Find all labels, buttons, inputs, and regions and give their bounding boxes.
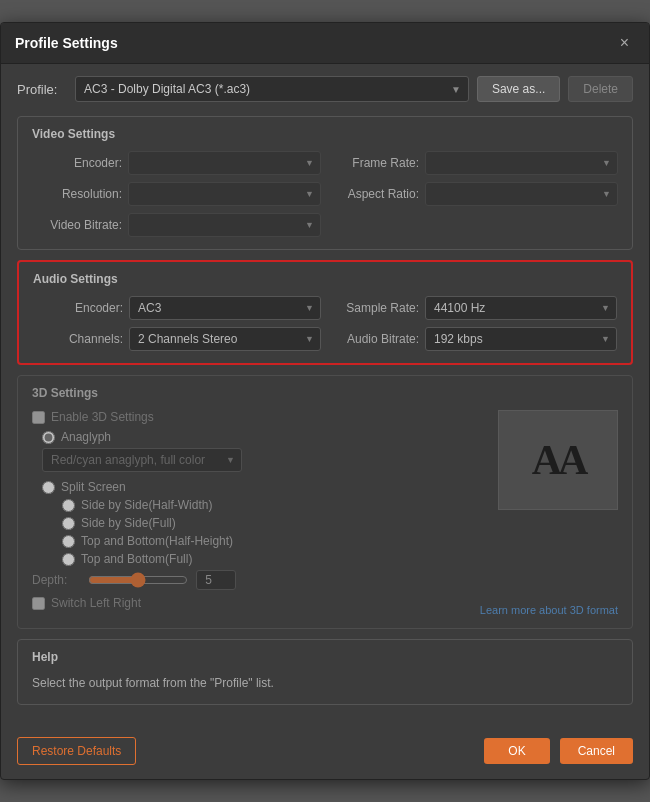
aspect-ratio-label: Aspect Ratio: — [329, 187, 419, 201]
help-title: Help — [32, 650, 618, 664]
learn-more-link[interactable]: Learn more about 3D format — [480, 604, 618, 616]
side-by-side-full-row: Side by Side(Full) — [32, 516, 470, 530]
depth-slider[interactable] — [88, 572, 188, 588]
top-bottom-full-radio[interactable] — [62, 553, 75, 566]
dialog-title: Profile Settings — [15, 35, 118, 51]
video-bitrate-row: Video Bitrate: — [32, 213, 321, 237]
video-settings-title: Video Settings — [32, 127, 618, 141]
video-settings-grid: Encoder: Resolution: — [32, 151, 618, 237]
3d-settings-title: 3D Settings — [32, 386, 618, 400]
frame-rate-label: Frame Rate: — [329, 156, 419, 170]
resolution-field — [128, 182, 321, 206]
split-screen-label: Split Screen — [61, 480, 126, 494]
aspect-ratio-select[interactable] — [425, 182, 618, 206]
audio-left-col: Encoder: AC3 Channels: 2 Channels Stereo — [33, 296, 321, 351]
channels-row: Channels: 2 Channels Stereo — [33, 327, 321, 351]
switch-left-right-checkbox[interactable] — [32, 597, 45, 610]
audio-settings-title: Audio Settings — [33, 272, 617, 286]
switch-left-right-row: Switch Left Right — [32, 596, 470, 610]
profile-row: Profile: AC3 - Dolby Digital AC3 (*.ac3)… — [17, 76, 633, 102]
encoder-label: Encoder: — [32, 156, 122, 170]
channels-select[interactable]: 2 Channels Stereo — [129, 327, 321, 351]
frame-rate-row: Frame Rate: — [329, 151, 618, 175]
aspect-ratio-field — [425, 182, 618, 206]
3d-preview-box: AA — [498, 410, 618, 510]
audio-settings-section: Audio Settings Encoder: AC3 Channels: — [17, 260, 633, 365]
switch-left-right-label: Switch Left Right — [51, 596, 141, 610]
title-bar: Profile Settings × — [1, 23, 649, 64]
resolution-label: Resolution: — [32, 187, 122, 201]
audio-encoder-select[interactable]: AC3 — [129, 296, 321, 320]
top-bottom-full-row: Top and Bottom(Full) — [32, 552, 470, 566]
ok-button[interactable]: OK — [484, 738, 549, 764]
enable-3d-label: Enable 3D Settings — [51, 410, 154, 424]
help-section: Help Select the output format from the "… — [17, 639, 633, 705]
3d-left: Enable 3D Settings Anaglyph Red/cyan ana… — [32, 410, 470, 616]
audio-encoder-label: Encoder: — [33, 301, 123, 315]
encoder-field — [128, 151, 321, 175]
delete-button[interactable]: Delete — [568, 76, 633, 102]
depth-number-input[interactable] — [196, 570, 236, 590]
anaglyph-row: Anaglyph — [32, 430, 470, 444]
resolution-row: Resolution: — [32, 182, 321, 206]
close-button[interactable]: × — [614, 33, 635, 53]
enable-3d-row: Enable 3D Settings — [32, 410, 470, 424]
audio-bitrate-select[interactable]: 192 kbps — [425, 327, 617, 351]
audio-settings-grid: Encoder: AC3 Channels: 2 Channels Stereo — [33, 296, 617, 351]
video-bitrate-label: Video Bitrate: — [32, 218, 122, 232]
top-bottom-half-radio[interactable] — [62, 535, 75, 548]
video-bitrate-select[interactable] — [128, 213, 321, 237]
split-screen-radio[interactable] — [42, 481, 55, 494]
encoder-select[interactable] — [128, 151, 321, 175]
top-bottom-half-row: Top and Bottom(Half-Height) — [32, 534, 470, 548]
sample-rate-label: Sample Rate: — [329, 301, 419, 315]
frame-rate-field — [425, 151, 618, 175]
profile-settings-dialog: Profile Settings × Profile: AC3 - Dolby … — [0, 22, 650, 780]
video-right-col: Frame Rate: Aspect Ratio: — [329, 151, 618, 237]
depth-row: Depth: — [32, 570, 470, 590]
cancel-button[interactable]: Cancel — [560, 738, 633, 764]
footer: Restore Defaults OK Cancel — [1, 727, 649, 779]
3d-settings-section: 3D Settings Enable 3D Settings Anaglyph — [17, 375, 633, 629]
restore-defaults-button[interactable]: Restore Defaults — [17, 737, 136, 765]
profile-select-wrap: AC3 - Dolby Digital AC3 (*.ac3) — [75, 76, 469, 102]
depth-label: Depth: — [32, 573, 80, 587]
top-bottom-full-label: Top and Bottom(Full) — [81, 552, 192, 566]
audio-bitrate-field: 192 kbps — [425, 327, 617, 351]
save-as-button[interactable]: Save as... — [477, 76, 560, 102]
side-by-side-full-radio[interactable] — [62, 517, 75, 530]
video-settings-section: Video Settings Encoder: Resolution: — [17, 116, 633, 250]
3d-right: AA Learn more about 3D format — [480, 410, 618, 616]
side-by-side-full-label: Side by Side(Full) — [81, 516, 176, 530]
side-by-side-half-row: Side by Side(Half-Width) — [32, 498, 470, 512]
dialog-body: Profile: AC3 - Dolby Digital AC3 (*.ac3)… — [1, 64, 649, 727]
side-by-side-half-label: Side by Side(Half-Width) — [81, 498, 212, 512]
help-text: Select the output format from the "Profi… — [32, 674, 618, 692]
channels-field: 2 Channels Stereo — [129, 327, 321, 351]
video-left-col: Encoder: Resolution: — [32, 151, 321, 237]
encoder-row: Encoder: — [32, 151, 321, 175]
side-by-side-half-radio[interactable] — [62, 499, 75, 512]
anaglyph-select-wrap: Red/cyan anaglyph, full color — [42, 448, 242, 472]
footer-right: OK Cancel — [484, 738, 633, 764]
enable-3d-checkbox[interactable] — [32, 411, 45, 424]
profile-select[interactable]: AC3 - Dolby Digital AC3 (*.ac3) — [75, 76, 469, 102]
frame-rate-select[interactable] — [425, 151, 618, 175]
profile-label: Profile: — [17, 82, 67, 97]
sample-rate-row: Sample Rate: 44100 Hz — [329, 296, 617, 320]
sample-rate-select[interactable]: 44100 Hz — [425, 296, 617, 320]
audio-bitrate-row: Audio Bitrate: 192 kbps — [329, 327, 617, 351]
audio-encoder-row: Encoder: AC3 — [33, 296, 321, 320]
audio-encoder-field: AC3 — [129, 296, 321, 320]
anaglyph-radio[interactable] — [42, 431, 55, 444]
top-bottom-half-label: Top and Bottom(Half-Height) — [81, 534, 233, 548]
resolution-select[interactable] — [128, 182, 321, 206]
aspect-ratio-row: Aspect Ratio: — [329, 182, 618, 206]
anaglyph-select[interactable]: Red/cyan anaglyph, full color — [42, 448, 242, 472]
audio-bitrate-label: Audio Bitrate: — [329, 332, 419, 346]
channels-label: Channels: — [33, 332, 123, 346]
anaglyph-option-row: Red/cyan anaglyph, full color — [32, 448, 470, 472]
sample-rate-field: 44100 Hz — [425, 296, 617, 320]
split-screen-row: Split Screen — [32, 480, 470, 494]
anaglyph-label: Anaglyph — [61, 430, 111, 444]
